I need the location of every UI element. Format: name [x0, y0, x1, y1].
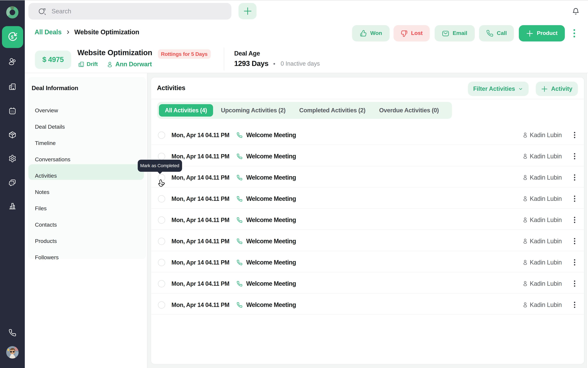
svg-text:$: $: [11, 34, 13, 40]
